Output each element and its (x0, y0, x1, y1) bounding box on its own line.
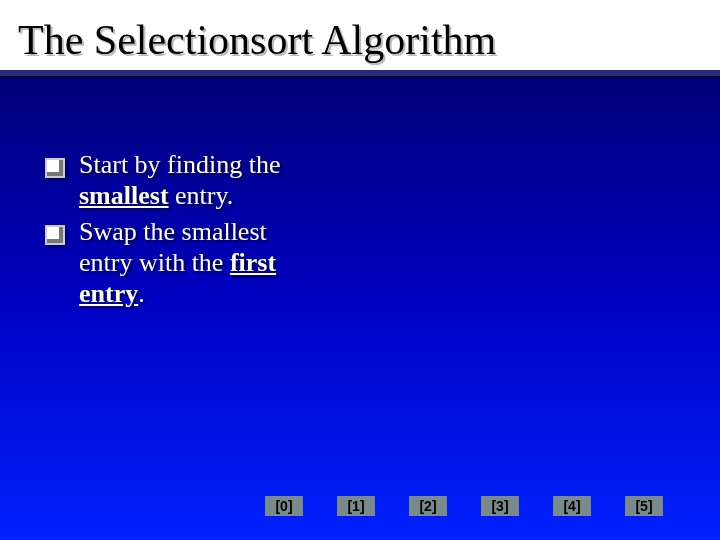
bullet-emph: smallest (79, 181, 169, 210)
index-label: [0] (265, 496, 303, 516)
bullet-text: Swap the smallest entry with the first e… (79, 217, 285, 309)
array-index-row: [0] [1] [2] [3] [4] [5] (265, 496, 663, 516)
bullet-text: Start by finding the smallest entry. (79, 150, 285, 211)
bullet-pre: Start by finding the (79, 150, 280, 179)
index-label: [3] (481, 496, 519, 516)
index-label: [2] (409, 496, 447, 516)
slide: The Selectionsort Algorithm Start by fin… (0, 0, 720, 540)
bullet-item: Start by finding the smallest entry. (45, 150, 285, 211)
slide-title: The Selectionsort Algorithm (18, 18, 720, 62)
bullet-post: entry. (169, 181, 234, 210)
index-label: [4] (553, 496, 591, 516)
bullet-item: Swap the smallest entry with the first e… (45, 217, 285, 309)
title-area: The Selectionsort Algorithm (0, 0, 720, 76)
bullet-post: . (138, 279, 145, 308)
index-label: [5] (625, 496, 663, 516)
square-bullet-icon (45, 158, 65, 178)
content-area: Start by finding the smallest entry. Swa… (45, 150, 285, 315)
square-bullet-icon (45, 225, 65, 245)
index-label: [1] (337, 496, 375, 516)
